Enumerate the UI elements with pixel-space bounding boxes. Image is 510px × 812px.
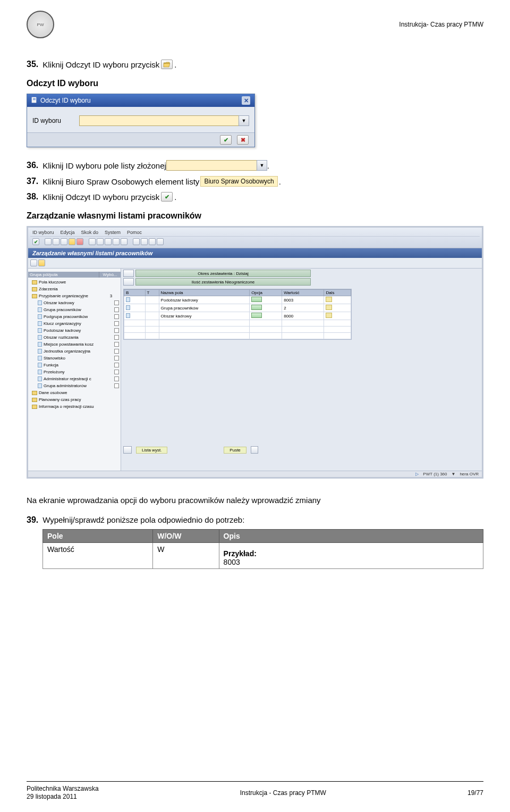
folder-icon[interactable] [38, 259, 45, 266]
fields-table: Pole W/O/W Opis Wartość W Przykład: 8003 [42, 529, 483, 569]
checkbox-icon[interactable] [114, 307, 119, 312]
menu-item[interactable]: Edycja [61, 230, 75, 235]
toolbar-icon[interactable] [113, 238, 120, 245]
toolbar-icon[interactable] [89, 238, 96, 245]
toolbar-icon[interactable] [105, 238, 112, 245]
grid-header: Nazwa pola [159, 290, 250, 296]
tree-row[interactable]: Informacja o rejestracji czasu [28, 403, 121, 410]
option-equals-icon[interactable] [251, 297, 262, 302]
toolbar-icon[interactable] [141, 238, 148, 245]
more-icon[interactable] [326, 305, 332, 310]
id-wyboru-dropdown[interactable]: ▼ [79, 115, 249, 126]
puste-badge[interactable]: Puste [224, 447, 246, 454]
cell-opis-spacer [219, 542, 483, 547]
checkbox-icon[interactable] [114, 376, 119, 381]
sap-dialog-odczyt-id: Odczyt ID wyboru ✕ ID wyboru ▼ ✔ ✖ [27, 94, 255, 147]
selection-grid: BTNazwa polaOpcjaWartośćDals Podobszar k… [123, 289, 352, 340]
toolbar-icon[interactable] [45, 238, 52, 245]
toolbar-icon[interactable] [157, 238, 164, 245]
toolbar-icon[interactable] [30, 259, 37, 266]
tree-row[interactable]: Przełożony [28, 369, 121, 375]
checkbox-icon[interactable] [114, 314, 119, 319]
tree-row[interactable]: Obszar kadrowy [28, 299, 121, 306]
doc-icon [38, 335, 42, 340]
tree-row[interactable]: Grupa administratorów [28, 382, 121, 389]
checkbox-icon[interactable] [114, 383, 119, 388]
toolbar-icon[interactable] [133, 238, 140, 245]
tree-row[interactable]: Przypisanie organizacyjne3 [28, 292, 121, 299]
doc-icon [38, 356, 42, 361]
tree-row[interactable]: Grupa pracowników [28, 306, 121, 313]
count-bar[interactable]: Ilość zestawienia Nieograniczone [135, 278, 311, 286]
tree-row[interactable]: Administrator rejestracji c [28, 375, 121, 382]
toolbar-icon[interactable] [149, 238, 156, 245]
step-36: 36. Kliknij ID wyboru pole listy złożone… [27, 160, 483, 171]
lista-wyst-badge[interactable]: Lista wyst. [136, 447, 167, 454]
confirm-button[interactable]: ✔ [220, 135, 232, 145]
doc-header-title: Instrukcja- Czas pracy PTMW [399, 21, 483, 28]
toolbar-icon[interactable] [61, 238, 67, 245]
step-38: 38. Kliknij Odczyt ID wyboru przycisk ✔ … [27, 192, 483, 202]
przyklad-label: Przykład: [224, 549, 257, 558]
right-toolbar-button[interactable] [123, 270, 134, 277]
folder-open-icon [161, 60, 173, 69]
option-equals-icon[interactable] [251, 313, 262, 318]
confirm-icon[interactable]: ✔ [32, 238, 39, 245]
doc-icon [126, 313, 130, 318]
chevron-down-icon[interactable]: ▼ [257, 160, 267, 171]
tree-row[interactable]: Pola kluczowe [28, 279, 121, 286]
tree-label: Obszar kadrowy [44, 300, 113, 305]
checkbox-icon[interactable] [114, 342, 119, 347]
tree-row[interactable]: Zdarzenia [28, 286, 121, 292]
list-item-biuro-spraw[interactable]: Biuro Spraw Osobowych [200, 176, 277, 187]
grid-header: B [124, 290, 146, 296]
checkbox-icon[interactable] [114, 356, 119, 361]
toolbar-icon[interactable] [53, 238, 60, 245]
option-equals-icon[interactable] [251, 305, 262, 310]
toolbar-icon[interactable] [76, 238, 83, 245]
dialog-doc-icon [31, 97, 38, 105]
checkbox-icon[interactable] [114, 349, 119, 354]
tree-row[interactable]: Planowany czas pracy [28, 396, 121, 403]
id-wyboru-inline-dropdown[interactable]: ▼ [166, 160, 267, 171]
tree-row[interactable]: Miejsce powstawania kosz [28, 341, 121, 348]
checkbox-icon[interactable] [114, 321, 119, 326]
chevron-down-icon[interactable]: ▼ [239, 115, 249, 126]
tree-row[interactable]: Dane osobowe [28, 389, 121, 396]
right-toolbar-button[interactable] [123, 278, 134, 286]
checkbox-icon[interactable] [114, 328, 119, 333]
grid-cell-value[interactable]: 2 [282, 304, 324, 312]
menu-item[interactable]: Pomoc [127, 230, 142, 235]
menu-item[interactable]: System [105, 230, 121, 235]
toolbar-icon[interactable] [97, 238, 104, 245]
close-icon[interactable]: ✕ [242, 96, 250, 105]
tree-row[interactable]: Funkcja [28, 362, 121, 369]
more-icon[interactable] [326, 313, 332, 318]
cancel-button[interactable]: ✖ [237, 135, 249, 145]
more-icon[interactable] [326, 297, 332, 302]
tree-row[interactable]: Stanowisko [28, 355, 121, 362]
checkbox-icon[interactable] [114, 335, 119, 340]
heading-zarzadzanie: Zarządzanie własnymi listami pracowników [27, 211, 483, 221]
checkbox-icon[interactable] [114, 300, 119, 305]
tree-row[interactable]: Jednostka organizacyjna [28, 348, 121, 355]
grid-cell-value[interactable]: 8000 [282, 312, 324, 320]
tree-row[interactable]: Obszar rozliczania [28, 334, 121, 341]
toolbar-icon[interactable] [69, 238, 75, 245]
checkbox-icon[interactable] [114, 363, 119, 367]
toolbar-icon[interactable] [121, 238, 128, 245]
tree-label: Administrator rejestracji c [44, 376, 113, 381]
menu-item[interactable]: Skok do [81, 230, 99, 235]
step-text: Wypełnij/sprawdź poniższe pola odpowiedn… [42, 515, 244, 524]
step-39: 39. Wypełnij/sprawdź poniższe pola odpow… [27, 515, 483, 569]
tree-label: Podgrupa pracowników [44, 314, 113, 319]
tree-row[interactable]: Podobszar kadrowy [28, 327, 121, 334]
tree-row[interactable]: Klucz organizacyjny [28, 320, 121, 327]
period-bar[interactable]: Okres zestawienia : Dzisiaj [135, 270, 311, 277]
list-icon[interactable] [123, 446, 132, 454]
tree-row[interactable]: Podgrupa pracowników [28, 313, 121, 320]
menu-item[interactable]: ID wyboru [32, 230, 54, 235]
grid-cell-value[interactable]: 8003 [282, 296, 324, 304]
checkbox-icon[interactable] [114, 370, 119, 374]
small-button-icon[interactable] [251, 446, 258, 454]
